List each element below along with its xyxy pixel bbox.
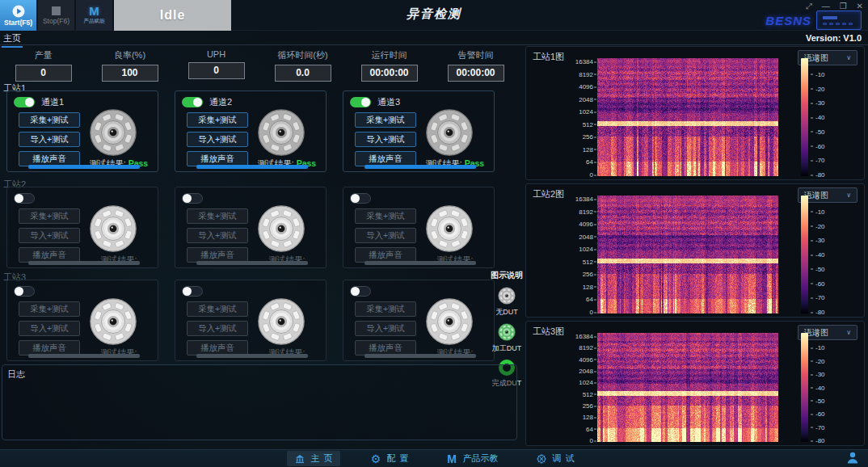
colorbar bbox=[801, 333, 808, 442]
nav-item-label: 产品示教 bbox=[463, 452, 499, 465]
import-test-button[interactable]: 导入+测试 bbox=[19, 132, 80, 147]
colorbar-tick: -30 bbox=[811, 371, 825, 378]
import-test-button[interactable]: 导入+测试 bbox=[19, 321, 80, 336]
channel-card: 采集+测试导入+测试播放声音测试结果: bbox=[343, 280, 495, 361]
import-test-button[interactable]: 导入+测试 bbox=[355, 321, 416, 336]
freq-axis-tick: 1024 bbox=[579, 246, 597, 253]
green-speaker-icon bbox=[498, 323, 516, 341]
stat-2: UPH0 bbox=[173, 48, 259, 82]
stop-button-label: Stop(F6) bbox=[43, 17, 70, 25]
channel-progress-bar bbox=[196, 165, 308, 169]
speaker-image bbox=[257, 297, 305, 346]
nav-item-gear[interactable]: ⚙配置 bbox=[363, 451, 416, 466]
spectrogram-plot: 163848192409620481024512256128640 bbox=[597, 333, 778, 442]
tab-home[interactable]: 主页 bbox=[3, 32, 21, 47]
colorbar-tick: -60 bbox=[811, 142, 825, 149]
chevron-down-icon: ∨ bbox=[846, 329, 851, 336]
freq-axis-tick: 2048 bbox=[579, 233, 597, 240]
channel-toggle[interactable] bbox=[182, 97, 203, 107]
freq-axis-tick: 64 bbox=[586, 296, 597, 303]
chevron-down-icon: ∨ bbox=[846, 191, 851, 199]
colorbar-tick: -20 bbox=[811, 222, 825, 229]
start-button[interactable]: Start(F5) bbox=[0, 0, 36, 31]
resize-window-icon[interactable]: ⤢ bbox=[806, 2, 812, 11]
colorbar-tick: -40 bbox=[811, 251, 825, 259]
spectrogram-title: 工站1图 bbox=[533, 51, 564, 63]
chevron-down-icon: ∨ bbox=[846, 54, 851, 61]
channel-card: 通道2采集+测试导入+测试播放声音测试结果: Pass bbox=[175, 90, 327, 172]
collect-test-button[interactable]: 采集+测试 bbox=[187, 208, 248, 224]
colorbar-tick: -80 bbox=[811, 171, 825, 179]
freq-axis-tick: 64 bbox=[586, 158, 597, 166]
collect-test-button[interactable]: 采集+测试 bbox=[355, 301, 416, 317]
freq-axis-tick: 128 bbox=[583, 145, 597, 153]
channel-card: 采集+测试导入+测试播放声音测试结果: bbox=[175, 187, 327, 268]
machine-status-text: Idle bbox=[160, 8, 186, 23]
import-test-button[interactable]: 导入+测试 bbox=[19, 228, 80, 243]
channel-toggle[interactable] bbox=[14, 286, 35, 297]
colorbar-tick: -10 bbox=[811, 70, 825, 78]
channel-toggle[interactable] bbox=[350, 286, 371, 297]
collect-test-button[interactable]: 采集+测试 bbox=[19, 301, 80, 317]
collect-test-button[interactable]: 采集+测试 bbox=[19, 112, 80, 128]
channel-toggle[interactable] bbox=[350, 193, 371, 204]
stat-value: 0 bbox=[15, 65, 72, 82]
colorbar-tick: -60 bbox=[811, 410, 825, 418]
collect-test-button[interactable]: 采集+测试 bbox=[355, 208, 416, 224]
collect-test-button[interactable]: 采集+测试 bbox=[187, 112, 248, 128]
channel-progress-bar bbox=[196, 354, 308, 358]
import-test-button[interactable]: 导入+测试 bbox=[187, 321, 248, 336]
collect-test-button[interactable]: 采集+测试 bbox=[187, 301, 248, 317]
bottom-nav-bar: 主页⚙配置M产品示教调试 bbox=[0, 449, 868, 467]
freq-axis-tick: 512 bbox=[583, 258, 597, 265]
machine-status-indicator: Idle bbox=[114, 0, 231, 31]
nav-item-debug[interactable]: 调试 bbox=[529, 451, 582, 466]
spectrogram-panel-3: 工站3图语谱图∨16384819240962048102451225612864… bbox=[525, 321, 865, 446]
import-test-button[interactable]: 导入+测试 bbox=[355, 132, 416, 147]
colorbar bbox=[801, 58, 808, 176]
speaker-image bbox=[89, 108, 137, 157]
log-panel: 日志 bbox=[2, 364, 517, 440]
channel-toggle[interactable] bbox=[182, 193, 203, 204]
colorbar-tick: -40 bbox=[811, 384, 825, 391]
nav-item-home[interactable]: 主页 bbox=[287, 451, 340, 466]
product-enable-button[interactable]: M 产品赋能 bbox=[76, 0, 112, 31]
channel-toggle[interactable] bbox=[182, 286, 203, 297]
toggle-knob bbox=[15, 194, 23, 203]
maximize-window-icon[interactable]: ❐ bbox=[840, 2, 847, 11]
freq-axis-tick: 0 bbox=[590, 309, 597, 316]
import-test-button[interactable]: 导入+测试 bbox=[187, 228, 248, 243]
colorbar-tick: -30 bbox=[811, 237, 825, 244]
channel-card: 采集+测试导入+测试播放声音测试结果: bbox=[343, 187, 495, 268]
spectrogram-panel-2: 工站2图语谱图∨16384819240962048102451225612864… bbox=[525, 183, 865, 318]
nav-item-label: 调试 bbox=[553, 452, 579, 465]
channel-toggle[interactable] bbox=[350, 97, 371, 107]
title-bar: Start(F5) Stop(F6) M 产品赋能 Idle 异音检测 BESN… bbox=[0, 0, 868, 31]
channel-toggle[interactable] bbox=[14, 97, 35, 107]
channel-card: 采集+测试导入+测试播放声音测试结果: bbox=[6, 187, 158, 268]
import-test-button[interactable]: 导入+测试 bbox=[355, 228, 416, 243]
product-button-label: 产品赋能 bbox=[84, 18, 105, 25]
freq-axis-tick: 16384 bbox=[575, 196, 597, 203]
speaker-image bbox=[89, 204, 137, 253]
channel-toggle[interactable] bbox=[14, 193, 35, 204]
collect-test-button[interactable]: 采集+测试 bbox=[19, 208, 80, 224]
channel-name: 通道2 bbox=[209, 96, 232, 108]
collect-test-button[interactable]: 采集+测试 bbox=[355, 112, 416, 128]
spectrogram-canvas bbox=[597, 58, 778, 176]
stop-button[interactable]: Stop(F6) bbox=[38, 0, 74, 31]
colorbar-tick: -70 bbox=[811, 157, 825, 164]
import-test-button[interactable]: 导入+测试 bbox=[187, 132, 248, 147]
speaker-image bbox=[425, 297, 474, 346]
speaker-image bbox=[425, 108, 474, 157]
stat-4: 运行时间00:00:00 bbox=[346, 48, 432, 82]
speaker-image bbox=[89, 297, 137, 346]
user-person-icon[interactable] bbox=[847, 452, 858, 464]
colorbar-tick: -50 bbox=[811, 265, 825, 272]
close-window-icon[interactable]: ✕ bbox=[857, 2, 863, 11]
log-panel-title: 日志 bbox=[7, 368, 25, 381]
minimize-window-icon[interactable]: — bbox=[822, 2, 830, 11]
gear-icon: ⚙ bbox=[370, 452, 382, 465]
colorbar-tick: -60 bbox=[811, 280, 825, 287]
nav-item-m-logo[interactable]: M产品示教 bbox=[439, 451, 506, 466]
